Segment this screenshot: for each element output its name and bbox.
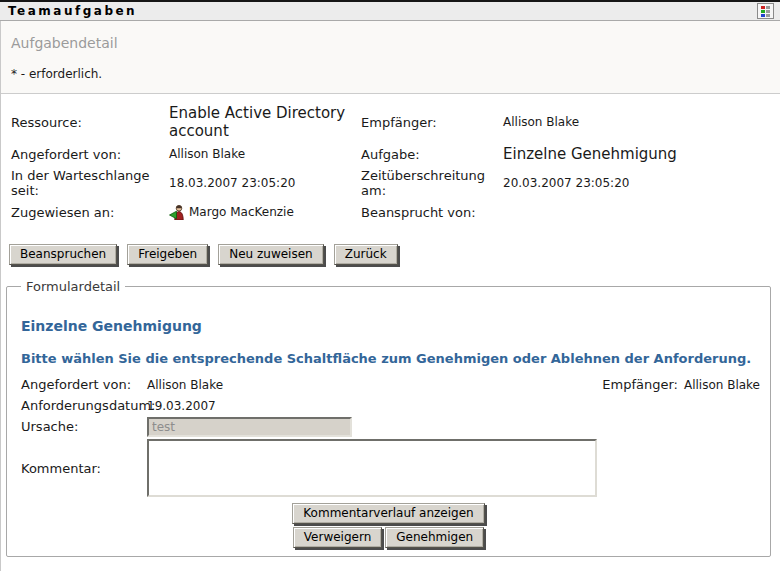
recipient-label: Empfänger:: [361, 104, 503, 140]
timeout-label: Zeitüberschreitung am:: [361, 168, 503, 198]
portlet-title: Teamaufgaben: [8, 4, 137, 18]
decision-buttons: Verweigern Genehmigen: [293, 527, 484, 548]
portlet-titlebar: Teamaufgaben: [0, 0, 780, 21]
page-title: Aufgabendetail: [11, 35, 770, 51]
teamaufgaben-window: Teamaufgaben Aufgabendetail * - erforder…: [0, 0, 780, 571]
task-action-toolbar: Beanspruchen Freigeben Neu zuweisen Zurü…: [1, 232, 780, 265]
form-comment-label: Kommentar:: [21, 461, 147, 476]
task-detail-intro: Aufgabendetail * - erforderlich.: [1, 21, 780, 94]
back-button[interactable]: Zurück: [334, 244, 398, 265]
assigned-to-label: Zugewiesen an:: [11, 198, 169, 226]
resource-value: Enable Active Directory account: [169, 104, 361, 140]
form-requested-by-label: Angefordert von:: [21, 377, 147, 392]
form-requested-by-value: Allison Blake: [147, 378, 223, 392]
release-button[interactable]: Freigeben: [127, 244, 208, 265]
form-buttons: Kommentarverlauf anzeigen Verweigern Gen…: [15, 503, 762, 548]
form-request-date-label: Anforderungsdatum:: [21, 398, 147, 413]
gray-square-icon: [766, 14, 770, 17]
task-detail-grid: Ressource: Enable Active Directory accou…: [1, 94, 780, 232]
assigned-user: Margo MacKenzie: [169, 204, 294, 220]
blue-square-icon: [761, 14, 765, 17]
comment-history-button[interactable]: Kommentarverlauf anzeigen: [292, 503, 484, 524]
in-queue-since-value: 18.03.2007 23:05:20: [169, 168, 361, 198]
deny-button[interactable]: Verweigern: [293, 527, 382, 548]
form-request-date-value: 19.03.2007: [147, 399, 216, 413]
assigned-user-icon: [169, 204, 185, 220]
red-square-icon: [761, 6, 765, 9]
approve-button[interactable]: Genehmigen: [385, 527, 484, 548]
approval-title: Einzelne Genehmigung: [21, 318, 762, 334]
requested-by-label: Angefordert von:: [11, 140, 169, 168]
comment-textarea[interactable]: [147, 439, 597, 497]
in-queue-since-label: In der Warteschlange seit:: [11, 168, 169, 198]
form-reason-label: Ursache:: [21, 419, 147, 434]
claimed-by-label: Beansprucht von:: [361, 198, 503, 226]
gray-square-icon: [766, 6, 770, 9]
required-note: * - erforderlich.: [11, 67, 770, 81]
form-row-comment: Kommentar:: [21, 439, 762, 497]
requested-by-value: Allison Blake: [169, 140, 361, 168]
recipient-value: Allison Blake: [503, 104, 774, 140]
form-detail-legend: Formulardetail: [21, 279, 125, 294]
approval-instruction: Bitte wählen Sie die entsprechende Schal…: [21, 351, 762, 366]
form-recipient-value: Allison Blake: [684, 378, 760, 392]
timeout-value: 20.03.2007 23:05:20: [503, 168, 774, 198]
form-recipient-label: Empfänger:: [602, 377, 678, 392]
claim-button[interactable]: Beanspruchen: [9, 244, 117, 265]
form-recipient: Empfänger: Allison Blake: [602, 377, 762, 392]
form-row-requested-by: Angefordert von: Allison Blake Empfänger…: [21, 374, 762, 395]
task-label: Aufgabe:: [361, 140, 503, 168]
assigned-to-value: Margo MacKenzie: [189, 205, 294, 219]
form-detail-fieldset: Formulardetail Einzelne Genehmigung Bitt…: [6, 279, 771, 557]
form-row-reason: Ursache:: [21, 416, 762, 437]
portlet-options-icon[interactable]: [757, 3, 774, 19]
gray-square-icon: [766, 10, 770, 13]
portlet-content: Aufgabendetail * - erforderlich. Ressour…: [0, 21, 780, 571]
task-value: Einzelne Genehmigung: [503, 140, 774, 168]
claimed-by-value: [503, 198, 774, 226]
form-row-request-date: Anforderungsdatum: 19.03.2007: [21, 395, 762, 416]
reassign-button[interactable]: Neu zuweisen: [218, 244, 323, 265]
resource-label: Ressource:: [11, 104, 169, 140]
green-square-icon: [761, 10, 765, 13]
reason-input[interactable]: [147, 417, 352, 437]
